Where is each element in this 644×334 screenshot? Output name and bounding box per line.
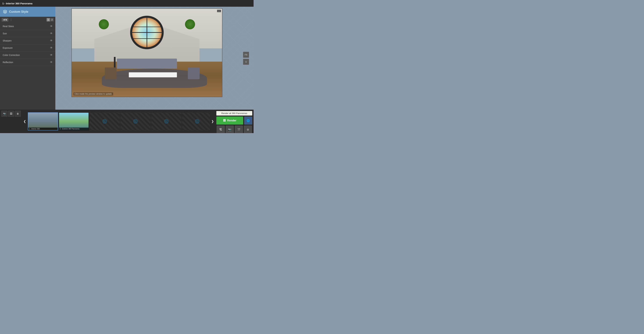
effect-name-sun: Sun xyxy=(3,32,7,35)
effect-name-color-correction: Color Correction xyxy=(3,54,20,56)
app-container: 1 - Interior 360 Panorama Custom Style +… xyxy=(0,0,254,133)
thumbnail-item-exterior[interactable]: 2 - Exterior 360 Panorama xyxy=(59,112,89,130)
right-panel: F6 U xyxy=(238,7,254,110)
room-scene xyxy=(72,9,222,97)
thumbnail-item-empty-3[interactable]: 🌐 xyxy=(151,112,182,130)
preview-image xyxy=(72,9,222,97)
u-key-hint: U xyxy=(243,59,249,65)
round-window xyxy=(130,16,164,49)
window-grid-h2 xyxy=(132,27,162,27)
fx-tab-2[interactable]: 2 xyxy=(50,18,54,21)
effect-row-color-correction[interactable]: Color Correction 👁 xyxy=(0,52,55,59)
thumbnail-item-interior[interactable]: 1 - Interior 360 xyxy=(28,112,58,130)
camera-tool-button[interactable]: 📷 xyxy=(1,111,8,117)
fx-toolbar: +FX ⋮ 1 2 xyxy=(0,17,55,23)
custom-style-label: Custom Style xyxy=(9,10,28,13)
film-action-button[interactable]: 🎬 xyxy=(235,126,243,133)
fx-tab-1[interactable]: 1 xyxy=(46,18,50,21)
render-panel: Render all 360 Panoramas 🖼 Render 🌐 🏗 📷 … xyxy=(215,110,254,133)
effect-name-sharpen: Sharpen xyxy=(3,39,12,42)
sofa xyxy=(117,59,177,69)
plant-right xyxy=(185,19,195,29)
thumb-tools: 📷 🖼 🗑 xyxy=(1,111,21,117)
visibility-icon-reflection[interactable]: 👁 xyxy=(50,61,53,64)
window-title: 1 - Interior 360 Panorama xyxy=(2,2,32,5)
prev-thumbnail-button[interactable]: ❮ xyxy=(22,110,27,133)
thumbnail-item-empty-4[interactable]: 🌐 xyxy=(182,112,210,130)
render-btn-icon: 🖼 xyxy=(223,119,226,122)
empty-panorama-icon-2: 🌐 xyxy=(133,119,138,124)
preview-minimize-button[interactable]: — xyxy=(217,10,221,12)
custom-style-header[interactable]: Custom Style xyxy=(0,7,55,17)
coffee-table xyxy=(129,72,177,77)
image-tool-button[interactable]: 🖼 xyxy=(8,111,14,117)
preview-caption: Click inside the preview window to updat… xyxy=(74,92,113,95)
thumbnail-label-exterior: 2 - Exterior 360 Panorama xyxy=(59,128,88,130)
effects-list: Real Skies 👁 Sun 👁 Sharpen 👁 Exposure 👁 xyxy=(0,23,55,110)
preview-area[interactable]: — Click inside the preview window to upd… xyxy=(55,7,238,110)
top-bar: 1 - Interior 360 Panorama xyxy=(0,0,254,7)
visibility-icon-sun[interactable]: 👁 xyxy=(50,32,53,35)
effect-name-exposure: Exposure xyxy=(3,46,12,49)
effect-name-reflection: Reflection xyxy=(3,61,13,64)
render-btn-label: Render xyxy=(227,119,236,122)
build-action-button[interactable]: 🏗 xyxy=(217,126,225,133)
f6-key-hint: F6 xyxy=(243,52,249,58)
globe-action-button[interactable]: 🌐 xyxy=(244,117,252,125)
delete-tool-button[interactable]: 🗑 xyxy=(15,111,21,117)
f6-label: F6 xyxy=(245,53,247,56)
effect-row-exposure[interactable]: Exposure 👁 xyxy=(0,44,55,52)
plant-left xyxy=(99,19,109,29)
main-content: Custom Style +FX ⋮ 1 2 Real Skies 👁 xyxy=(0,7,254,110)
thumbnail-toolbar: 📷 🖼 🗑 xyxy=(0,110,22,133)
thumbnails-strip: 1 - Interior 360 2 - Exterior 360 Panora… xyxy=(27,110,210,133)
render-all-label: Render all 360 Panoramas xyxy=(216,111,252,116)
empty-panorama-icon-1: 🌐 xyxy=(102,119,107,124)
empty-panorama-icon-4: 🌐 xyxy=(195,119,200,124)
render-button[interactable]: 🖼 Render xyxy=(216,117,243,125)
fx-tabs: 1 2 xyxy=(46,18,54,21)
u-label: U xyxy=(245,60,247,63)
thumbnail-item-empty-1[interactable]: 🌐 xyxy=(90,112,120,130)
effect-row-real-skies[interactable]: Real Skies 👁 xyxy=(0,23,55,30)
visibility-icon-exposure[interactable]: 👁 xyxy=(50,46,53,49)
window-grid-h3 xyxy=(132,38,162,39)
preview-window[interactable]: — Click inside the preview window to upd… xyxy=(72,8,222,97)
empty-panorama-icon-3: 🌐 xyxy=(164,119,169,124)
camera-action-button[interactable]: 📷 xyxy=(226,126,234,133)
chair-left xyxy=(105,67,116,79)
bottom-bar: 📷 🖼 🗑 ❮ 1 - Interior 360 2 - Exterior 36… xyxy=(0,110,254,133)
visibility-icon-real-skies[interactable]: 👁 xyxy=(50,25,53,28)
chair-right xyxy=(188,67,200,79)
left-panel: Custom Style +FX ⋮ 1 2 Real Skies 👁 xyxy=(0,7,55,110)
effect-name-real-skies: Real Skies xyxy=(3,25,14,28)
add-fx-button[interactable]: +FX xyxy=(2,18,8,22)
visibility-icon-sharpen[interactable]: 👁 xyxy=(50,39,53,42)
layers-icon xyxy=(3,9,8,14)
thumbnail-label-interior: 1 - Interior 360 xyxy=(28,128,58,130)
next-thumbnail-button[interactable]: ❯ xyxy=(210,110,215,133)
thumbnail-item-empty-2[interactable]: 🌐 xyxy=(120,112,150,130)
effect-row-sharpen[interactable]: Sharpen 👁 xyxy=(0,37,55,44)
effect-row-reflection[interactable]: Reflection 👁 xyxy=(0,59,55,66)
fx-menu-dots[interactable]: ⋮ xyxy=(10,18,12,21)
settings-action-button[interactable]: ⚙ xyxy=(244,126,252,133)
visibility-icon-color-correction[interactable]: 👁 xyxy=(50,54,53,57)
effect-row-sun[interactable]: Sun 👁 xyxy=(0,30,55,37)
